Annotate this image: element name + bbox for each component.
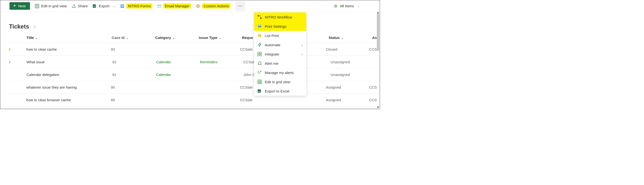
cell-caseid: 93: [111, 47, 154, 51]
custom-actions-label: Custom Actions: [202, 4, 230, 8]
custom-actions-button[interactable]: Custom Actions: [196, 4, 230, 8]
integrate-icon: [258, 52, 262, 56]
table-row[interactable]: how to clear browser cache89CCSaleAssign…: [9, 94, 380, 106]
cell-title: What issue: [26, 60, 112, 64]
edit-in-grid-view-label: Edit in grid view: [41, 4, 67, 8]
nitro-forms-button[interactable]: NITRO Forms: [120, 4, 152, 8]
cell-status: Assigned: [326, 98, 369, 102]
cell-indicator: [9, 60, 26, 64]
svg-rect-15: [259, 34, 261, 35]
email-manager-icon: [157, 4, 162, 8]
nitro-forms-label: NITRO Forms: [126, 4, 152, 8]
svg-rect-17: [260, 54, 262, 56]
dropdown-item-automate[interactable]: Automate›: [254, 40, 306, 50]
dropdown-item-nitro-workflow[interactable]: NITRO Workflow: [254, 12, 306, 22]
favorite-toggle[interactable]: ☆: [32, 24, 37, 30]
svg-rect-0: [35, 4, 39, 8]
dropdown-item-export-to-excel[interactable]: xExport to Excel: [254, 86, 306, 96]
dropdown-item-list-print[interactable]: List Print: [254, 31, 306, 40]
svg-rect-16: [258, 52, 260, 54]
dropdown-item-label: Alert me: [265, 61, 278, 66]
column-header-status[interactable]: Status⌄: [328, 36, 372, 40]
cell-status: Assigned: [326, 85, 369, 89]
svg-rect-18: [260, 52, 262, 54]
chevron-down-icon: ⌄: [341, 36, 344, 40]
cell-requester: CCSale: [240, 98, 326, 102]
email-manager-button[interactable]: Email Manager: [157, 4, 191, 8]
svg-rect-5: [121, 6, 124, 6]
cell-assigned: CCS: [369, 98, 380, 102]
view-selector[interactable]: All Items ⌄: [334, 4, 360, 8]
new-button[interactable]: New: [10, 2, 30, 10]
excel-icon: x: [92, 4, 97, 8]
dropdown-item-label: Print Settings: [265, 24, 286, 28]
svg-text:x: x: [94, 5, 95, 8]
tickets-list: Title⌄ Case Id⌄ Category⌄ Issue Type⌄ Re…: [0, 32, 380, 106]
dropdown-item-label: Export to Excel: [265, 89, 289, 93]
svg-point-8: [198, 6, 198, 6]
chevron-down-icon: ⌄: [219, 36, 222, 40]
more-actions-button[interactable]: [235, 1, 245, 11]
new-button-label: New: [18, 4, 26, 8]
issuetype-link[interactable]: Reminders: [200, 60, 218, 64]
ellipsis-icon: [238, 6, 242, 6]
share-icon: [72, 4, 76, 8]
share-button[interactable]: Share: [72, 4, 88, 8]
dropdown-item-edit-in-grid-view[interactable]: Edit in grid view: [254, 77, 306, 86]
cell-caseid: 92: [112, 60, 156, 64]
svg-rect-20: [258, 80, 262, 84]
dropdown-item-alert-me[interactable]: Alert me: [254, 59, 306, 68]
scroll-up-arrow[interactable]: ▴: [377, 11, 379, 14]
page-title: Tickets: [9, 23, 29, 30]
alert-icon: [258, 61, 262, 66]
cell-issuetype: Reminders: [200, 60, 243, 64]
table-row[interactable]: how to clear cache93CCSaleClosedCCS: [9, 43, 380, 56]
dropdown-item-label: Integrate: [265, 52, 279, 56]
custom-actions-icon: [196, 4, 200, 8]
cell-caseid: 91: [112, 72, 156, 77]
scrollbar-thumb[interactable]: [377, 14, 379, 51]
cell-status: Unassigned: [330, 72, 374, 77]
column-header-category[interactable]: Category⌄: [155, 36, 199, 40]
cell-category: Calendar: [156, 72, 200, 77]
cell-indicator: [9, 47, 26, 51]
category-link[interactable]: Calendar: [156, 72, 171, 77]
cell-category: Calendar: [156, 60, 200, 64]
cell-caseid: 90: [111, 85, 154, 89]
dropdown-item-label: Manage my alerts: [265, 70, 294, 75]
automate-icon: [258, 42, 262, 47]
table-row[interactable]: Calendar delegation91CalendarJohn SmUnas…: [9, 68, 380, 81]
dropdown-item-integrate[interactable]: Integrate›: [254, 50, 306, 59]
manage-alerts-icon: [258, 70, 262, 75]
dropdown-item-print-settings[interactable]: Print Settings: [254, 22, 306, 31]
chevron-down-icon: ⌄: [126, 36, 128, 40]
excel-icon: x: [258, 89, 262, 93]
grid-icon: [258, 80, 262, 84]
chevron-down-icon: ⌄: [172, 36, 175, 40]
dropdown-item-label: NITRO Workflow: [265, 15, 292, 19]
view-selector-label: All Items: [340, 4, 354, 8]
cell-assigned: CCS: [369, 85, 380, 89]
dropdown-item-manage-my-alerts[interactable]: Manage my alerts: [254, 68, 306, 77]
table-row[interactable]: What issue92CalendarRemindersCCSaleUnass…: [9, 56, 380, 68]
svg-rect-13: [259, 24, 261, 26]
column-header-caseid[interactable]: Case Id⌄: [112, 36, 155, 40]
category-link[interactable]: Calendar: [156, 60, 171, 64]
print-settings-icon: [258, 24, 262, 28]
chevron-right-icon: ›: [302, 43, 303, 47]
scroll-down-arrow[interactable]: ▾: [377, 106, 379, 108]
export-button[interactable]: x Export ⌄: [92, 4, 115, 8]
new-indicator-icon: [9, 49, 11, 51]
column-header-title[interactable]: Title⌄: [26, 36, 112, 40]
svg-rect-4: [121, 5, 124, 6]
list-print-icon: [258, 33, 262, 38]
table-row[interactable]: whatever issue they are having90CCSaleAs…: [9, 81, 380, 94]
column-header-issuetype[interactable]: Issue Type⌄: [199, 36, 242, 40]
cell-caseid: 89: [111, 98, 154, 102]
edit-in-grid-view-button[interactable]: Edit in grid view: [35, 4, 67, 8]
cell-title: how to clear cache: [26, 47, 111, 51]
plus-icon: [13, 4, 16, 8]
grid-icon: [35, 4, 39, 8]
cell-title: Calendar delegation: [26, 72, 112, 77]
chevron-down-icon: ⌄: [357, 4, 360, 8]
